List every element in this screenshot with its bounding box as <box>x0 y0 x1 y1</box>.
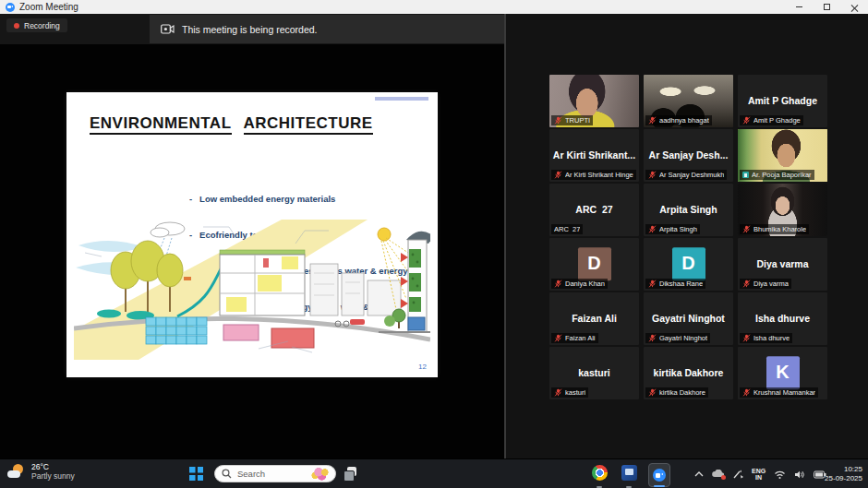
recording-label: Recording <box>24 21 60 30</box>
participant-label: Arpita Singh <box>645 224 700 234</box>
clock-date: 25-09-2025 <box>825 474 862 483</box>
search-placeholder: Search <box>237 469 309 479</box>
participant-name-label: TRUPTI <box>565 116 590 125</box>
slide-page-number: 12 <box>418 363 427 371</box>
weather-widget[interactable]: 26°C Partly sunny <box>7 462 75 481</box>
participant-tile[interactable]: Ar Sanjay Desh... Ar Sanjay Deshmukh <box>644 129 733 182</box>
participant-tile[interactable]: Ar Kirti Shrikant... Ar Kirti Shrikant H… <box>549 129 639 182</box>
start-button[interactable] <box>189 467 203 481</box>
participant-label: Dikshaa Rane <box>645 279 705 289</box>
participant-tile[interactable]: Arpita Singh Arpita Singh <box>644 184 733 236</box>
language-indicator[interactable]: ENG IN <box>752 468 766 482</box>
muted-mic-icon <box>648 171 657 179</box>
tile-display-name: Arpita Singh <box>644 204 733 215</box>
tile-display-name: Ar Kirti Shrikant... <box>549 149 639 161</box>
participant-name-label: Diya varma <box>753 280 789 288</box>
muted-mic-icon <box>648 116 657 125</box>
participant-tile[interactable]: Amit P Ghadge Amit P Ghadge <box>738 75 827 127</box>
participant-tile[interactable]: kirtika Dakhore kirtika Dakhore <box>644 347 733 399</box>
muted-mic-icon <box>648 334 657 342</box>
recording-camera-icon <box>161 24 175 34</box>
participant-name-label: Ar Kirti Shrikant Hinge <box>565 171 633 179</box>
tile-display-name: Amit P Ghadge <box>738 95 827 106</box>
participant-tile[interactable]: TRUPTI <box>549 75 639 127</box>
participant-tile[interactable]: K Krushnai Mamankar <box>738 347 827 399</box>
avatar: K <box>766 356 800 389</box>
participant-tile[interactable]: ARC 27 ARC 27 <box>549 184 639 236</box>
muted-mic-icon <box>742 280 751 288</box>
minimize-button[interactable] <box>785 0 813 14</box>
maximize-button[interactable] <box>813 0 840 14</box>
taskbar-clock[interactable]: 10:25 25-09-2025 <box>825 459 862 488</box>
screen-share-area: ENVIRONMENTALARCHITECTURE - Low embedded… <box>0 44 504 458</box>
participant-label: Isha dhurve <box>740 333 792 343</box>
muted-mic-icon <box>742 388 751 397</box>
participant-tile[interactable]: Ar. Pooja Baporikar <box>738 129 827 182</box>
participant-tile[interactable]: Diya varma Diya varma <box>738 238 827 291</box>
participant-label: ARC 27 <box>551 224 583 234</box>
slide-illustration <box>74 220 430 360</box>
app-taskbar-button[interactable] <box>619 463 639 487</box>
participant-tile[interactable]: Bhumika Kharole <box>738 184 827 236</box>
zoom-meeting-window: Zoom Meeting Recording This meeting is b… <box>0 0 868 488</box>
muted-mic-icon <box>648 225 657 233</box>
participant-tile[interactable]: D Dikshaa Rane <box>644 238 733 291</box>
participant-label: kirtika Dakhore <box>645 387 708 398</box>
hidden-icons-chevron[interactable] <box>694 470 704 478</box>
language-line-1: ENG <box>752 468 766 475</box>
tile-display-name: Faizan Ali <box>549 313 639 324</box>
participant-label: kasturi <box>551 387 588 398</box>
volume-icon[interactable] <box>794 470 805 480</box>
participant-tile[interactable]: Isha dhurve Isha dhurve <box>738 292 827 345</box>
participant-name-label: ARC 27 <box>554 225 580 233</box>
participant-name-label: Isha dhurve <box>753 334 790 342</box>
participant-name-label: Daniya Khan <box>565 280 605 288</box>
tile-display-name: ARC 27 <box>549 204 639 215</box>
recording-banner-text: This meeting is being recorded. <box>182 24 318 35</box>
window-title: Zoom Meeting <box>19 2 78 12</box>
participant-name-label: aadhnya bhagat <box>659 116 709 125</box>
wifi-icon[interactable] <box>774 470 786 480</box>
participant-tile[interactable]: Gayatri Ninghot Gayatri Ninghot <box>644 292 733 345</box>
bullet-1: - Low embedded energy materials <box>189 193 408 205</box>
clock-time: 10:25 <box>825 465 862 474</box>
slide-title-word-2: ARCHITECTURE <box>244 114 373 135</box>
participant-tile[interactable]: Faizan Ali Faizan Ali <box>549 292 639 345</box>
close-button[interactable] <box>840 0 868 14</box>
weather-description: Partly sunny <box>31 471 75 481</box>
task-view-button[interactable] <box>344 467 357 481</box>
participant-name-label: Amit P Ghadge <box>753 116 801 125</box>
partly-sunny-icon <box>7 463 26 480</box>
chrome-icon <box>592 465 608 481</box>
participant-label: aadhnya bhagat <box>645 115 712 125</box>
participant-name-label: Ar. Pooja Baporikar <box>752 171 812 179</box>
participant-label: Faizan Ali <box>551 333 598 343</box>
zoom-taskbar-button[interactable] <box>648 463 670 487</box>
chrome-taskbar-button[interactable] <box>589 463 609 487</box>
muted-mic-icon <box>554 334 562 342</box>
slide-title: ENVIRONMENTALARCHITECTURE <box>90 114 373 133</box>
presentation-slide: ENVIRONMENTALARCHITECTURE - Low embedded… <box>66 92 438 377</box>
muted-mic-icon <box>648 388 657 397</box>
participant-name-label: Gayatri Ninghot <box>659 334 707 342</box>
search-box[interactable]: Search <box>214 465 336 482</box>
device-icon <box>742 172 749 178</box>
participant-tile[interactable]: aadhnya bhagat <box>644 75 733 127</box>
notification-tray-icon[interactable] <box>712 470 724 479</box>
search-doodle-icon <box>309 467 332 481</box>
close-icon <box>850 4 858 11</box>
participant-label: TRUPTI <box>551 115 593 125</box>
recording-status: Recording <box>6 18 67 32</box>
participant-tile[interactable]: kasturi kasturi <box>549 347 639 399</box>
participant-tile[interactable]: D Daniya Khan <box>549 238 639 291</box>
pen-input-icon[interactable] <box>732 470 743 480</box>
participant-label: Ar. Pooja Baporikar <box>740 170 814 180</box>
participant-name-label: Krushnai Mamankar <box>753 388 815 397</box>
muted-mic-icon <box>554 388 562 397</box>
blue-app-icon <box>621 465 637 481</box>
avatar: D <box>578 247 611 280</box>
participant-label: Ar Kirti Shrikant Hinge <box>551 170 636 180</box>
participant-name-label: kirtika Dakhore <box>659 388 705 397</box>
zoom-taskbar-icon <box>653 469 666 482</box>
weather-temperature: 26°C <box>31 462 75 471</box>
